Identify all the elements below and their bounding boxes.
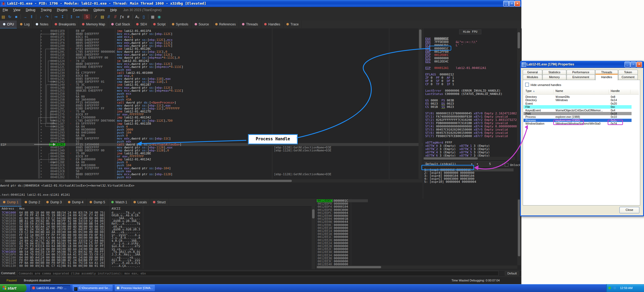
tray-icon-green[interactable] — [608, 287, 611, 289]
calling-convention-dropdown[interactable]: Default (stdcall) ▾ — [424, 161, 475, 167]
ph-tab-modules[interactable]: Modules — [523, 75, 542, 80]
globe-icon[interactable]: ◉ — [156, 14, 162, 19]
tab-locals[interactable]: Locals — [130, 198, 150, 206]
menu-options[interactable]: Options — [91, 7, 107, 13]
ph-tab-memory[interactable]: Memory — [542, 75, 566, 80]
register-row[interactable]: EIP 004012A1 lab12-01.004012A1 — [425, 67, 486, 70]
handles-table-header[interactable]: Type ▲ Name Handle — [524, 89, 639, 95]
attach-icon[interactable]: ▯ — [140, 14, 147, 19]
registers-hscrollbar[interactable] — [423, 157, 515, 160]
step-over-icon[interactable]: ↷ — [44, 14, 50, 19]
tab-log[interactable]: Log — [17, 21, 33, 28]
menu-favourites[interactable]: Favourites — [70, 7, 91, 13]
disassembly-pane[interactable]: ●004011E9EB 0Fjmp lab12-01.4011FA●004011… — [0, 28, 422, 179]
registers-pane[interactable]: Hide FPU EAX 0000001CEBX 7FFDE000 &L"=::… — [423, 28, 522, 199]
maximize-button[interactable]: ▫ — [509, 1, 515, 6]
disasm-row[interactable]: ●00401224˅74 1Cje lab12-01.401242 — [0, 59, 422, 62]
ph-tab-performance[interactable]: Performance — [567, 70, 595, 75]
stack-pane[interactable]: 0012EDEC0000001C0012EDF0000000000012EDF4… — [316, 199, 522, 269]
execute-till-return-icon[interactable]: ↥ — [68, 14, 75, 19]
stack-hscrollbar[interactable] — [316, 266, 517, 269]
handle-row[interactable]: Directory\Windows0x14 — [524, 98, 632, 102]
taskbar-task-2[interactable]: Process Hacker [OMA... — [115, 285, 155, 291]
register-row[interactable]: ST(7) F89803797CE800150000 x87r7 Empty i… — [425, 135, 508, 138]
disasm-row[interactable]: ●0040128E68 00300000push 3000 — [0, 128, 422, 131]
menu-plugins[interactable]: Plugins — [54, 7, 70, 13]
ph-tab-token[interactable]: Token — [618, 70, 638, 75]
register-row[interactable]: EDI 0012EE4C — [425, 60, 449, 63]
font-az-icon[interactable]: A₂ — [134, 14, 140, 19]
hide-unnamed-checkbox[interactable]: Hide unnamed handles — [525, 83, 561, 87]
menu-help[interactable]: Help — [107, 7, 120, 13]
unlocked-checkbox[interactable]: Unlocked — [505, 162, 522, 167]
tab-cpu[interactable]: CPU — [0, 21, 17, 29]
command-input[interactable] — [17, 271, 499, 276]
checkbox-box[interactable] — [525, 83, 529, 87]
taskbar-task-0[interactable]: Lab12-01.exe - PID: ... — [30, 285, 70, 291]
x32dbg-titlebar[interactable]: Lab12-01.exe - PID: 1796 - Module: lab12… — [0, 0, 521, 7]
handle-row[interactable]: Processexplorer.exe (1988)0x10 — [524, 115, 632, 118]
step-out-icon[interactable]: ↧ — [59, 14, 66, 19]
tab-handles[interactable]: Handles — [261, 21, 283, 28]
arg-row[interactable]: 5: [esp+10] 00000004 00000004 — [424, 180, 476, 183]
tab-breakpoints[interactable]: Breakpoints — [52, 21, 79, 28]
ph-minimize-button[interactable]: _ — [625, 62, 630, 67]
skip-icon[interactable]: ↦ — [75, 14, 81, 19]
tab-script[interactable]: Script — [150, 21, 169, 28]
menu-debug[interactable]: Debug — [23, 7, 38, 13]
hide-fpu-button[interactable]: Hide FPU — [459, 29, 481, 34]
hash-icon[interactable]: # — [125, 14, 132, 19]
disasm-row[interactable]: ●00401278˅E9 C5000000jmp lab12-01.401342 — [0, 116, 422, 119]
run-to-cursor-icon[interactable]: ⇒ — [53, 14, 59, 19]
stop-icon[interactable]: ■ — [13, 14, 19, 19]
col-handle[interactable]: Handle — [611, 89, 620, 92]
ph-tab-general[interactable]: General — [523, 70, 542, 75]
handle-row[interactable]: Port0x18 — [524, 112, 632, 115]
tab-source[interactable]: Source — [192, 21, 212, 28]
tab-seh[interactable]: SEH — [133, 21, 150, 28]
menu-view[interactable]: View — [11, 7, 23, 13]
taskbar-task-1[interactable]: C:\C:\Documents and Se... — [73, 285, 113, 291]
menu-file[interactable]: File — [0, 7, 11, 13]
tab-struct[interactable]: Struct — [150, 198, 169, 206]
disasm-hscrollbar[interactable] — [0, 179, 422, 182]
register-row[interactable]: CS 001B SS 0023 — [425, 105, 454, 109]
ph-close-button[interactable]: Close — [619, 207, 639, 213]
dump-vscrollbar[interactable] — [312, 206, 315, 269]
ph-maximize-button[interactable]: ▫ — [630, 62, 636, 67]
handle-row[interactable]: WindowStation\Windows\WindowStations\Win… — [524, 122, 632, 125]
source-toggle-icon[interactable]: S — [84, 14, 90, 19]
handle-row[interactable]: Directory\KnownDlls0x8 — [524, 95, 632, 98]
notes-icon[interactable]: ▤ — [99, 14, 106, 19]
start-button[interactable]: start — [0, 284, 27, 292]
tab-dump-3[interactable]: Dump 3 — [43, 198, 65, 206]
disasm-row[interactable]: ●004012268B8D D4EEFFFFmov ecx,dword ptr … — [0, 62, 422, 65]
tab-call-stack[interactable]: Call Stack — [108, 21, 133, 28]
disasm-row[interactable]: ●0040128C6A 04push 4 — [0, 125, 422, 128]
hex-dump-pane[interactable]: Address Hex ASCII 7C90100064 8B 0D 18 00… — [0, 206, 316, 269]
step-into-icon[interactable]: ↓ — [37, 14, 44, 19]
disasm-row[interactable]: ●0040121C83BC85 E4EEFFFF 00cmp dword ptr… — [0, 56, 422, 59]
assemble-pencil-icon[interactable]: ∕ — [93, 14, 99, 19]
disasm-row[interactable]: ●0040123352push edx — [0, 68, 422, 71]
ph-tab-handles[interactable]: Handles — [595, 74, 618, 80]
pause-icon[interactable]: ‖ — [28, 14, 35, 19]
handle-row[interactable]: Processexplorer.exe (1988)0x1c — [524, 119, 632, 122]
tab-references[interactable]: References — [212, 21, 239, 28]
patch-lines-icon[interactable]: // — [112, 14, 119, 19]
handle-row[interactable]: File0xc — [524, 105, 632, 108]
ph-tab-environment[interactable]: Environment — [567, 75, 595, 80]
run-icon[interactable]: → — [22, 14, 28, 19]
function-fx-icon[interactable]: ƒx — [119, 14, 125, 19]
tab-dump-2[interactable]: Dump 2 — [22, 198, 43, 206]
tab-dump-4[interactable]: Dump 4 — [65, 198, 87, 206]
ph-titlebar[interactable]: Lab12-01.exe (1796) Properties _ ▫ × — [520, 61, 643, 68]
arg-count-stepper[interactable]: ▾5▴ — [475, 161, 505, 167]
disasm-row[interactable]: ●00401287˄E9 5FFFFFFFjmp lab12-01.4011EB — [0, 122, 422, 125]
source-lines-icon[interactable]: // — [106, 14, 112, 19]
disasm-row[interactable]: ●004012D251push ecx — [0, 176, 422, 179]
handle-row[interactable]: KeyedEvent\KernelObjects\CritSecOutOfMem… — [524, 109, 632, 112]
calculator-icon[interactable]: ▦ — [149, 14, 156, 19]
tab-notes[interactable]: Notes — [33, 21, 51, 28]
tab-trace[interactable]: Trace — [283, 21, 302, 28]
